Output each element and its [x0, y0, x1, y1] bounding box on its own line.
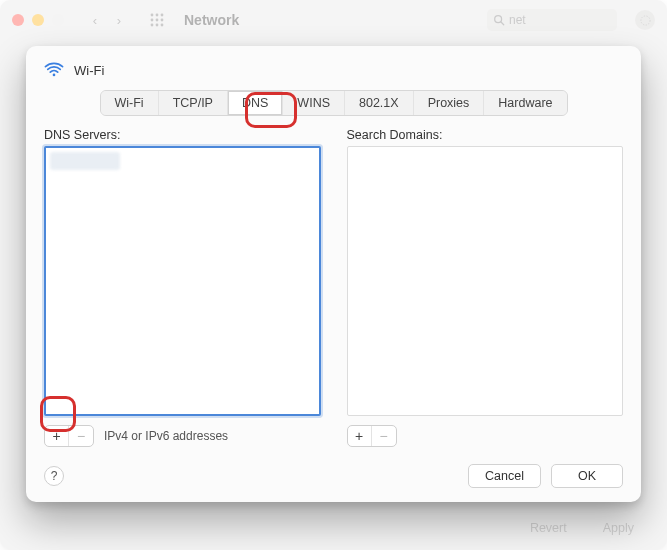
plus-icon: +: [52, 428, 60, 444]
svg-point-1: [156, 14, 159, 17]
wifi-icon: [44, 60, 64, 80]
dns-columns: DNS Servers: + − IPv4 or IPv6 addresses …: [44, 128, 623, 448]
dns-servers-add-remove: + −: [44, 425, 94, 447]
plus-icon: +: [355, 428, 363, 444]
nav-arrows: ‹ ›: [84, 9, 130, 31]
add-search-domain-button[interactable]: +: [348, 426, 372, 446]
forward-button[interactable]: ›: [108, 9, 130, 31]
search-domains-add-remove: + −: [347, 425, 397, 447]
overflow-icon: [640, 15, 651, 26]
sheet-header: Wi-Fi: [44, 60, 623, 80]
chevron-right-icon: ›: [117, 13, 121, 28]
search-input[interactable]: net: [487, 9, 617, 31]
svg-point-0: [151, 14, 154, 17]
add-dns-server-button[interactable]: +: [45, 426, 69, 446]
help-button[interactable]: ?: [44, 466, 64, 486]
window-title: Network: [184, 12, 239, 28]
tab-tcpip[interactable]: TCP/IP: [159, 91, 228, 115]
tab-wifi[interactable]: Wi-Fi: [101, 91, 159, 115]
titlebar: ‹ › Network net: [0, 0, 667, 40]
close-window-button[interactable]: [12, 14, 24, 26]
minus-icon: −: [77, 428, 85, 444]
show-all-button[interactable]: [146, 9, 168, 31]
search-domains-controls: + −: [347, 424, 624, 448]
dns-servers-controls: + − IPv4 or IPv6 addresses: [44, 424, 321, 448]
tab-dns[interactable]: DNS: [228, 91, 283, 115]
back-button[interactable]: ‹: [84, 9, 106, 31]
grid-icon: [150, 13, 164, 27]
dns-servers-hint: IPv4 or IPv6 addresses: [104, 429, 228, 443]
search-domains-column: Search Domains: + −: [347, 128, 624, 448]
tab-proxies[interactable]: Proxies: [414, 91, 485, 115]
svg-point-4: [156, 19, 159, 22]
svg-point-11: [640, 15, 649, 24]
sheet-footer: ? Cancel OK: [44, 464, 623, 488]
apply-button[interactable]: Apply: [590, 517, 647, 539]
svg-point-6: [151, 24, 154, 27]
tabbar: Wi-Fi TCP/IP DNS WINS 802.1X Proxies Har…: [100, 90, 568, 116]
minus-icon: −: [379, 428, 387, 444]
cancel-button[interactable]: Cancel: [468, 464, 541, 488]
search-domains-list[interactable]: [347, 146, 624, 416]
background-footer: Revert Apply: [0, 506, 667, 550]
svg-line-10: [501, 22, 504, 25]
svg-point-7: [156, 24, 159, 27]
remove-dns-server-button[interactable]: −: [69, 426, 93, 446]
search-text: net: [509, 13, 526, 27]
maximize-window-button[interactable]: [52, 14, 64, 26]
traffic-lights: [12, 14, 64, 26]
svg-point-5: [161, 19, 164, 22]
tab-hardware[interactable]: Hardware: [484, 91, 566, 115]
chevron-left-icon: ‹: [93, 13, 97, 28]
dns-servers-column: DNS Servers: + − IPv4 or IPv6 addresses: [44, 128, 321, 448]
search-domains-label: Search Domains:: [347, 128, 624, 142]
remove-search-domain-button[interactable]: −: [372, 426, 396, 446]
help-icon: ?: [51, 469, 58, 483]
svg-point-8: [161, 24, 164, 27]
ok-button[interactable]: OK: [551, 464, 623, 488]
revert-button[interactable]: Revert: [517, 517, 580, 539]
svg-point-3: [151, 19, 154, 22]
toolbar-overflow-button[interactable]: [635, 10, 655, 30]
minimize-window-button[interactable]: [32, 14, 44, 26]
interface-label: Wi-Fi: [74, 63, 104, 78]
tab-wins[interactable]: WINS: [283, 91, 345, 115]
advanced-sheet: Wi-Fi Wi-Fi TCP/IP DNS WINS 802.1X Proxi…: [26, 46, 641, 502]
search-icon: [493, 14, 505, 26]
tab-8021x[interactable]: 802.1X: [345, 91, 414, 115]
dns-servers-label: DNS Servers:: [44, 128, 321, 142]
dns-servers-list[interactable]: [44, 146, 321, 416]
redacted-entry: [50, 152, 120, 170]
svg-point-2: [161, 14, 164, 17]
